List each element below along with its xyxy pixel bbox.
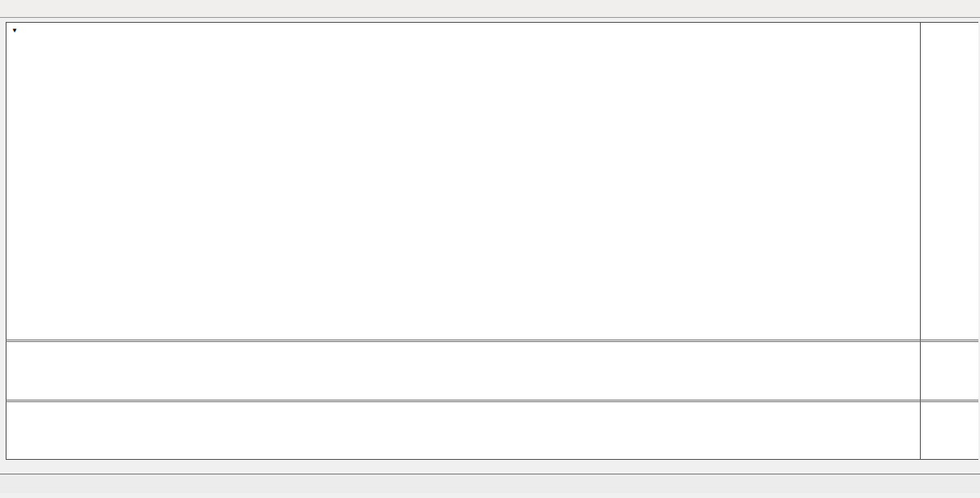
status-strip [0, 493, 980, 498]
price-axis-line [920, 22, 921, 460]
symbol-tab-bar [0, 474, 980, 493]
chart-frame-bottom [6, 459, 978, 460]
rsi-indicator-chart[interactable] [6, 402, 919, 459]
trading-platform-window: { "toolbar": { "timeframes": ["5","M30",… [0, 0, 980, 498]
macd-indicator-chart[interactable] [6, 342, 919, 400]
candlestick-chart[interactable] [6, 23, 919, 340]
timeframe-toolbar [0, 0, 980, 18]
pane-separator[interactable] [6, 340, 978, 340]
pane-separator[interactable] [6, 400, 978, 401]
